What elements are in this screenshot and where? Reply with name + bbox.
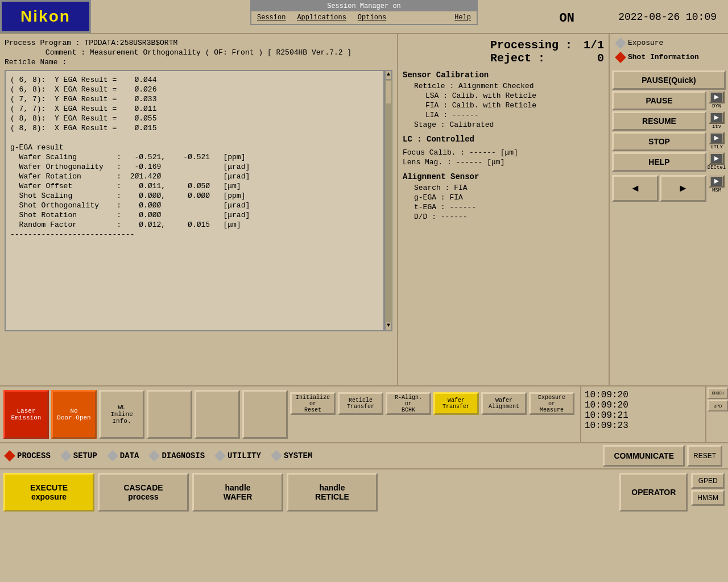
nav-next-button[interactable]: ► bbox=[660, 175, 706, 202]
wafer-scaling: Wafer Scaling : -Ø.521, -Ø.521 [ppm] bbox=[10, 153, 379, 161]
execute-exposure-btn[interactable]: EXECUTEexposure bbox=[3, 473, 94, 512]
shot-info-label[interactable]: Shot Information bbox=[628, 53, 699, 61]
dectel-icon[interactable] bbox=[709, 152, 725, 165]
timestamp-3: 10:09:21 bbox=[585, 410, 702, 421]
laser-emission-label: LaserEmission bbox=[11, 408, 42, 421]
diagnosis-diamond bbox=[149, 450, 160, 462]
no-door-open-btn[interactable]: NoDoor-Open bbox=[51, 390, 97, 439]
help-button[interactable]: HELP bbox=[612, 152, 706, 172]
handle-wafer-label: handleWAFER bbox=[224, 483, 253, 501]
processing-label: Processing : bbox=[490, 39, 572, 52]
menu-help[interactable]: Help bbox=[454, 14, 471, 22]
utility-label: UTILITY bbox=[228, 451, 261, 460]
side-icon-upd[interactable]: UPD bbox=[708, 400, 728, 411]
process-diamond bbox=[4, 450, 15, 462]
gped-button[interactable]: GPED bbox=[691, 473, 725, 489]
cascade-process-btn[interactable]: CASCADEprocess bbox=[98, 473, 189, 512]
data-line-2: ( 7, 7): Y EGA Result = Ø.Ø33 bbox=[10, 95, 379, 103]
side-icon-chbch[interactable]: CHBCH bbox=[708, 388, 728, 399]
scroll-up[interactable]: ▲ bbox=[385, 70, 392, 80]
lens-mag: Lens Mag. : ------ [μm] bbox=[403, 158, 604, 167]
side-icons-area: CHBCH UPD bbox=[705, 386, 728, 442]
utly-icon[interactable] bbox=[709, 132, 725, 144]
scroll-down[interactable]: ▼ bbox=[385, 322, 392, 331]
pause-button[interactable]: PAUSE bbox=[612, 91, 706, 110]
workflow-exposure[interactable]: ExposureorMeasure bbox=[529, 392, 574, 415]
alignment-search: Search : FIA bbox=[403, 184, 604, 192]
execute-exposure-label: EXECUTEexposure bbox=[30, 483, 68, 501]
gped-hmsm-area: GPED HMSM bbox=[691, 473, 725, 512]
nav-setup[interactable]: SETUP bbox=[62, 451, 97, 460]
workflow-reticle-transfer[interactable]: ReticleTransfer bbox=[338, 392, 383, 415]
msm-icon[interactable] bbox=[709, 175, 725, 188]
status-btn-6[interactable] bbox=[242, 390, 288, 439]
utly-label: UTLY bbox=[710, 144, 723, 150]
timestamp-2: 10:09:20 bbox=[585, 400, 702, 410]
data-label: DATA bbox=[120, 451, 139, 460]
menu-applications[interactable]: Applications bbox=[297, 14, 346, 22]
workflow-wafer-align[interactable]: WaferAlignment bbox=[481, 392, 527, 415]
wafer-rotation: Wafer Rotation : 2Ø1.42Ø [μrad] bbox=[10, 172, 379, 181]
nav-utility[interactable]: UTILITY bbox=[216, 451, 261, 460]
sensor-calibration: Sensor Calibration Reticle : Alignment C… bbox=[403, 70, 604, 129]
exposure-label[interactable]: Exposure bbox=[628, 39, 663, 47]
workflow-init[interactable]: InitializeorReset bbox=[290, 392, 336, 415]
workflow-buttons: InitializeorReset ReticleTransfer R-Alig… bbox=[290, 390, 574, 439]
handle-reticle-btn[interactable]: handleRETICLE bbox=[287, 473, 378, 512]
wl-inline-btn[interactable]: WLInlineInfo. bbox=[99, 390, 144, 439]
help-row: HELP DECtel bbox=[612, 152, 726, 172]
nav-row: ◄ ► MSM bbox=[612, 175, 726, 202]
dyn-icon[interactable] bbox=[709, 91, 725, 103]
data-scrollbar[interactable]: ▲ ▼ bbox=[384, 70, 392, 331]
handle-reticle-label: handleRETICLE bbox=[315, 483, 349, 501]
data-line-3: ( 7, 7): X EGA Result = Ø.Ø11 bbox=[10, 105, 379, 113]
action-right: OPERATOR GPED HMSM bbox=[619, 473, 725, 512]
hmsm-button[interactable]: HMSM bbox=[691, 490, 725, 506]
left-panel: Process Program : TPDDATA:258USR3B$ORTM … bbox=[0, 34, 398, 385]
communicate-button[interactable]: COMMUNICATE bbox=[603, 445, 685, 467]
menu-session[interactable]: Session bbox=[257, 14, 286, 22]
setup-diamond bbox=[60, 450, 72, 462]
stop-button[interactable]: STOP bbox=[612, 132, 706, 151]
resume-button[interactable]: RESUME bbox=[612, 111, 706, 131]
operator-button[interactable]: OPERATOR bbox=[619, 473, 688, 512]
data-line-0: ( 6, 8): Y EGA Result = Ø.Ø44 bbox=[10, 76, 379, 84]
nav-diagnosis[interactable]: DIAGNOSIS bbox=[150, 451, 205, 460]
reset-button[interactable]: RESET bbox=[687, 445, 722, 467]
itv-label: itv bbox=[712, 124, 721, 130]
pause-quick-button[interactable]: PAUSE(Quick) bbox=[612, 70, 726, 90]
random-factor: Random Factor : Ø.Ø12, Ø.Ø15 [μm] bbox=[10, 221, 379, 229]
sensor-stage: Stage : Calibrated bbox=[403, 120, 604, 129]
process-label: PROCESS bbox=[17, 451, 51, 460]
center-panel: Processing : 1/1 Reject : 0 Sensor Calib… bbox=[398, 34, 609, 385]
alignment-dd: D/D : ------ bbox=[403, 213, 604, 221]
processing-value: 1/1 bbox=[584, 39, 604, 52]
nav-data[interactable]: DATA bbox=[109, 451, 139, 460]
status-btn-5[interactable] bbox=[195, 390, 240, 439]
process-info: Process Program : TPDDATA:258USR3B$ORTM … bbox=[5, 39, 392, 66]
reticle-label: Reticle Name : bbox=[5, 58, 392, 66]
workflow-wafer-transfer[interactable]: WaferTransfer bbox=[433, 392, 479, 415]
nav-prev-button[interactable]: ◄ bbox=[612, 175, 659, 202]
status-buttons-area: LaserEmission NoDoor-Open WLInlineInfo. … bbox=[0, 386, 580, 442]
data-line-1: ( 6, 8): X EGA Result = Ø.Ø26 bbox=[10, 85, 379, 94]
itv-icon[interactable] bbox=[709, 111, 725, 124]
system-label: SYSTEM bbox=[284, 451, 312, 460]
communicate-area: COMMUNICATE RESET bbox=[603, 445, 722, 467]
system-diamond bbox=[271, 450, 282, 462]
handle-wafer-btn[interactable]: handleWAFER bbox=[192, 473, 283, 512]
nav-system[interactable]: SYSTEM bbox=[272, 451, 312, 460]
status-btn-4[interactable] bbox=[147, 390, 192, 439]
nav-process[interactable]: PROCESS bbox=[6, 451, 51, 460]
menu-options[interactable]: Options bbox=[358, 14, 386, 22]
workflow-ralign[interactable]: R-Align.orBCHK bbox=[386, 392, 431, 415]
reject-value: 0 bbox=[597, 52, 604, 65]
laser-emission-btn[interactable]: LaserEmission bbox=[3, 390, 49, 439]
action-bar: EXECUTEexposure CASCADEprocess handleWAF… bbox=[0, 469, 728, 515]
resume-row: RESUME itv bbox=[612, 111, 726, 131]
scroll-thumb[interactable] bbox=[386, 81, 391, 103]
shot-rotation: Shot Rotation : Ø.ØØØ [μrad] bbox=[10, 211, 379, 219]
session-menu-bar: Session Applications Options Help bbox=[251, 11, 477, 24]
shot-info-diamond bbox=[615, 52, 626, 63]
setup-label: SETUP bbox=[73, 451, 97, 460]
